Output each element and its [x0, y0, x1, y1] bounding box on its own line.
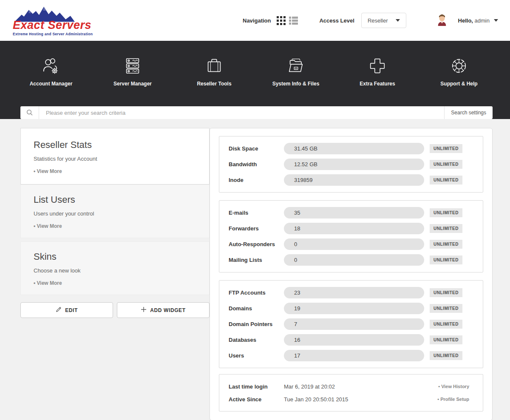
- stat-row: Domain Pointers 7 UNLIMITED: [229, 318, 473, 330]
- nav-item-reseller-tools[interactable]: Reseller Tools: [173, 54, 255, 88]
- access-level-select[interactable]: Reseller: [361, 13, 406, 28]
- stat-label: Databases: [229, 337, 284, 343]
- stat-label: Users: [229, 352, 284, 359]
- avatar: [436, 13, 448, 28]
- users-gear-icon: [41, 56, 61, 76]
- stat-value-pill: 319859: [284, 174, 424, 186]
- view-more-link[interactable]: • View More: [34, 280, 196, 286]
- stat-value: 7: [284, 321, 297, 327]
- nav-label: Account Manager: [30, 81, 73, 87]
- stat-value: 319859: [284, 177, 312, 183]
- list-view-icon[interactable]: [289, 16, 298, 25]
- widget-subtitle: Choose a new look: [34, 267, 196, 274]
- stat-value-pill: 7: [284, 318, 424, 330]
- search-input[interactable]: [39, 106, 444, 119]
- top-header: Exact Servers Extreme Hosting and Server…: [0, 0, 510, 41]
- access-level-value: Reseller: [368, 17, 388, 24]
- stat-value-pill: 12.52 GB: [284, 159, 424, 170]
- stat-label: Disk Space: [229, 145, 284, 152]
- stat-value-pill: 17: [284, 350, 424, 361]
- info-value: Tue Jan 20 20:50:01 2015: [284, 396, 437, 403]
- stats-card-mail: E-mails 35 UNLIMITED Forwarders 18 UNLIM…: [219, 200, 483, 272]
- stat-value: 31.45 GB: [284, 145, 317, 152]
- stat-label: Forwarders: [229, 225, 284, 232]
- edit-button-label: EDIT: [65, 307, 78, 313]
- unlimited-badge: UNLIMITED: [430, 351, 462, 360]
- greeting-text: Hello, admin: [458, 17, 490, 24]
- main-content: Reseller Stats Statistics for your Accou…: [0, 119, 510, 420]
- stat-label: Auto-Responders: [229, 241, 284, 247]
- access-level-label: Access Level: [319, 17, 354, 24]
- stat-value: 18: [284, 225, 300, 232]
- stat-label: Domain Pointers: [229, 321, 284, 327]
- logo-tagline: Extreme Hosting and Server Administratio…: [13, 32, 93, 36]
- unlimited-badge: UNLIMITED: [430, 208, 462, 217]
- unlimited-badge: UNLIMITED: [430, 224, 462, 233]
- stat-value-pill: 0: [284, 254, 424, 266]
- add-widget-button-label: ADD WIDGET: [150, 307, 185, 313]
- stat-value-pill: 35: [284, 207, 424, 219]
- unlimited-badge: UNLIMITED: [430, 288, 462, 297]
- widget-title: Skins: [34, 251, 196, 262]
- stat-value: 16: [284, 337, 300, 343]
- grid-view-icon[interactable]: [277, 16, 286, 25]
- logo[interactable]: Exact Servers Extreme Hosting and Server…: [13, 5, 93, 36]
- nav-item-system-info-files[interactable]: System Info & Files: [255, 54, 337, 88]
- stat-label: Bandwidth: [229, 161, 284, 167]
- view-more-link[interactable]: • View More: [34, 168, 196, 174]
- unlimited-badge: UNLIMITED: [430, 160, 462, 169]
- unlimited-badge: UNLIMITED: [430, 240, 462, 249]
- stat-value-pill: 31.45 GB: [284, 143, 424, 154]
- stat-row: Inode 319859 UNLIMITED: [229, 174, 473, 186]
- user-menu[interactable]: Hello, admin: [436, 13, 498, 28]
- nav-item-extra-features[interactable]: Extra Features: [337, 54, 418, 88]
- search-settings-button[interactable]: Search settings: [444, 106, 493, 119]
- nav-label: Extra Features: [360, 81, 395, 87]
- nav-item-support-help[interactable]: Support & Help: [418, 54, 500, 88]
- stat-value: 0: [284, 257, 297, 263]
- info-label: Active Since: [229, 396, 284, 403]
- account-info-card: Last time login Mar 6, 2019 at 20:02 • V…: [219, 374, 483, 411]
- stat-value-pill: 0: [284, 238, 424, 250]
- stat-row: Mailing Lists 0 UNLIMITED: [229, 254, 473, 266]
- view-more-link[interactable]: • View More: [34, 223, 196, 229]
- unlimited-badge: UNLIMITED: [430, 176, 462, 184]
- stat-row: Databases 16 UNLIMITED: [229, 334, 473, 346]
- stat-label: E-mails: [229, 210, 284, 216]
- main-navigation: Account Manager Server Manager: [0, 54, 510, 88]
- nav-label: System Info & Files: [272, 81, 320, 87]
- stat-row: Users 17 UNLIMITED: [229, 350, 473, 361]
- stat-value-pill: 18: [284, 223, 424, 234]
- unlimited-badge: UNLIMITED: [430, 304, 462, 313]
- stat-row: Auto-Responders 0 UNLIMITED: [229, 238, 473, 250]
- info-row: Active Since Tue Jan 20 20:50:01 2015 • …: [229, 393, 473, 406]
- view-toggle: [277, 16, 298, 25]
- stat-value: 19: [284, 305, 300, 312]
- view-history-link[interactable]: • View History: [438, 384, 469, 389]
- plus-icon: [141, 306, 147, 314]
- widget-reseller-stats: Reseller Stats Statistics for your Accou…: [20, 128, 210, 184]
- stat-label: FTP Accounts: [229, 289, 284, 296]
- info-row: Last time login Mar 6, 2019 at 20:02 • V…: [229, 380, 473, 393]
- stat-value-pill: 19: [284, 303, 424, 314]
- lifebuoy-icon: [449, 56, 469, 76]
- stat-label: Mailing Lists: [229, 257, 284, 263]
- stats-card-hosting: FTP Accounts 23 UNLIMITED Domains 19 UNL…: [219, 280, 483, 368]
- nav-item-account-manager[interactable]: Account Manager: [10, 54, 92, 88]
- info-label: Last time login: [229, 383, 284, 390]
- nav-item-server-manager[interactable]: Server Manager: [92, 54, 173, 88]
- widget-skins: Skins Choose a new look • View More: [20, 241, 210, 295]
- search-icon[interactable]: [20, 106, 39, 119]
- search-bar: Search settings: [20, 106, 493, 119]
- stat-value: 23: [284, 289, 300, 296]
- profile-setup-link[interactable]: • Profile Setup: [437, 397, 469, 402]
- widget-subtitle: Users under your control: [34, 210, 196, 217]
- nav-label: Server Manager: [113, 81, 152, 87]
- widget-list-users: List Users Users under your control • Vi…: [20, 184, 210, 238]
- widget-title: Reseller Stats: [34, 139, 196, 150]
- add-widget-button[interactable]: ADD WIDGET: [117, 302, 210, 318]
- stats-card-resources: Disk Space 31.45 GB UNLIMITED Bandwidth …: [219, 136, 483, 193]
- server-rack-icon: [123, 56, 142, 76]
- edit-button[interactable]: EDIT: [20, 302, 113, 318]
- stat-row: Bandwidth 12.52 GB UNLIMITED: [229, 159, 473, 170]
